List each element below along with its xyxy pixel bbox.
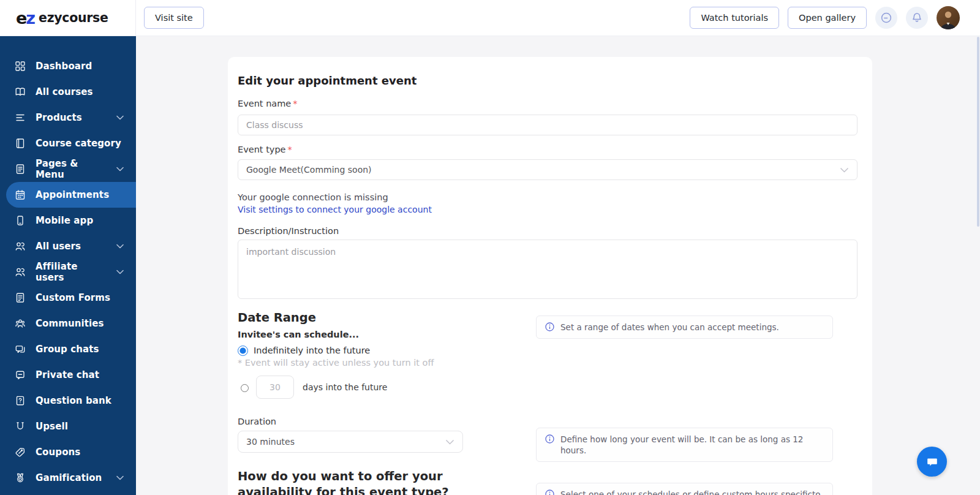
description-textarea[interactable]	[238, 240, 858, 299]
google-connection-warning: Your google connection is missing	[238, 192, 858, 203]
sidebar-item-label: Upsell	[36, 421, 68, 432]
duration-label: Duration	[238, 416, 526, 428]
watch-tutorials-button[interactable]: Watch tutorials	[690, 7, 779, 29]
bell-icon	[911, 12, 923, 24]
date-range-section: Date Range Invitee's can schedule... Ind…	[238, 310, 858, 399]
sidebar-item-label: All courses	[36, 86, 93, 97]
sidebar-item-label: Coupons	[36, 447, 80, 458]
logo[interactable]: ez ezycourse	[0, 0, 136, 36]
required-asterisk: *	[288, 145, 292, 154]
event-type-label: Event type*	[238, 144, 858, 156]
info-text: Set a range of dates when you can accept…	[560, 322, 779, 333]
appointment-form-card: Edit your appointment event Event name* …	[228, 57, 872, 495]
indefinite-note: * Event will stay active unless you turn…	[238, 357, 526, 369]
days-count-input[interactable]	[256, 376, 294, 399]
date-range-title: Date Range	[238, 310, 526, 326]
calendar-icon	[15, 189, 26, 200]
event-name-label: Event name*	[238, 98, 858, 110]
sidebar-item-private-chat[interactable]: Private chat	[0, 362, 136, 388]
sidebar-item-products[interactable]: Products	[0, 105, 136, 130]
availability-section: How do you want to offer your availabili…	[238, 469, 858, 495]
invitee-schedule-label: Invitee's can schedule...	[238, 329, 526, 341]
chat-bubble-icon	[925, 455, 939, 469]
visit-site-button[interactable]: Visit site	[144, 7, 204, 29]
sidebar-item-pages-menu[interactable]: Pages & Menu	[0, 156, 136, 182]
info-icon	[545, 489, 554, 495]
sidebar-item-all-courses[interactable]: All courses	[0, 79, 136, 105]
event-name-input[interactable]	[238, 115, 858, 135]
chevron-down-icon	[116, 244, 124, 249]
logo-text: ezycourse	[39, 10, 108, 25]
notifications-button[interactable]	[906, 7, 928, 29]
mobile-phone-icon	[15, 215, 26, 226]
message-circle-icon	[880, 12, 892, 24]
date-range-info-box: Set a range of dates when you can accept…	[536, 316, 833, 339]
duration-section: Duration 30 minutes Define how long your…	[238, 416, 858, 462]
sidebar-item-label: Group chats	[36, 344, 99, 355]
sidebar-item-gamification[interactable]: Gamification	[0, 465, 136, 491]
event-type-select[interactable]: Google Meet(Comming soon)	[238, 159, 858, 180]
indefinite-radio[interactable]	[238, 346, 248, 356]
sidebar-item-communities[interactable]: Communities	[0, 311, 136, 336]
custom-forms-icon	[15, 292, 26, 303]
duration-value: 30 minutes	[246, 437, 295, 447]
days-into-future-radio[interactable]	[241, 384, 249, 392]
sidebar-item-label: Dashboard	[36, 61, 92, 72]
sidebar-item-label: Pages & Menu	[36, 158, 107, 180]
open-gallery-button[interactable]: Open gallery	[788, 7, 867, 29]
availability-title: How do you want to offer your availabili…	[238, 469, 501, 495]
required-asterisk: *	[293, 99, 297, 108]
chevron-down-icon	[116, 475, 124, 480]
info-icon	[545, 434, 554, 444]
sidebar-item-label: Private chat	[36, 369, 99, 380]
category-book-icon	[15, 138, 26, 149]
pages-doc-icon	[15, 164, 26, 175]
sidebar-item-group-chats[interactable]: Group chats	[0, 336, 136, 362]
sidebar-item-dashboard[interactable]: Dashboard	[0, 53, 136, 79]
messages-button[interactable]	[875, 7, 897, 29]
sidebar-item-label: Appointments	[36, 189, 109, 200]
top-header: ez ezycourse Visit site Watch tutorials …	[0, 0, 980, 36]
chevron-down-icon	[445, 439, 454, 445]
chat-fab-button[interactable]	[917, 447, 947, 477]
sidebar-item-label: Custom Forms	[36, 292, 110, 303]
sidebar-item-label: Mobile app	[36, 215, 93, 226]
sidebar-item-question-bank[interactable]: Question bank	[0, 388, 136, 414]
gamification-medal-icon	[15, 472, 26, 483]
days-suffix-label: days into the future	[303, 382, 387, 392]
page-scrollbar[interactable]	[977, 37, 979, 227]
upsell-icon	[15, 421, 26, 432]
indefinite-radio-label: Indefinitely into the future	[254, 345, 370, 356]
info-text: Define how long your event will be. It c…	[560, 434, 824, 456]
sidebar-item-label: Gamification	[36, 472, 102, 483]
sidebar-item-upsell[interactable]: Upsell	[0, 414, 136, 439]
duration-info-box: Define how long your event will be. It c…	[536, 428, 833, 462]
dashboard-grid-icon	[15, 61, 26, 72]
sidebar-item-all-users[interactable]: All users	[0, 233, 136, 259]
users-icon	[15, 241, 26, 252]
affiliate-users-icon	[15, 266, 26, 278]
sidebar-item-label: Communities	[36, 318, 104, 329]
chevron-down-icon	[840, 167, 849, 173]
sidebar-item-course-category[interactable]: Course category	[0, 130, 136, 156]
sidebar-item-label: Question bank	[36, 395, 111, 406]
sidebar-item-custom-forms[interactable]: Custom Forms	[0, 285, 136, 311]
sidebar-item-appointments[interactable]: Appointments	[6, 182, 136, 208]
event-type-value: Google Meet(Comming soon)	[246, 165, 372, 175]
main-content: Edit your appointment event Event name* …	[136, 36, 980, 495]
sidebar-item-coupons[interactable]: Coupons	[0, 439, 136, 465]
question-bank-icon	[15, 395, 26, 406]
courses-open-book-icon	[15, 86, 26, 97]
user-avatar[interactable]	[937, 6, 960, 29]
description-label: Description/Instruction	[238, 225, 858, 237]
sidebar-item-label: Course category	[36, 138, 121, 149]
sidebar-item-affiliate-users[interactable]: Affiliate users	[0, 259, 136, 285]
info-text: Select one of your schedules or define c…	[560, 489, 824, 495]
info-icon	[545, 322, 554, 331]
sidebar-item-label: Affiliate users	[36, 261, 107, 283]
google-settings-link[interactable]: Visit settings to connect your google ac…	[238, 204, 432, 216]
duration-select[interactable]: 30 minutes	[238, 431, 463, 453]
sidebar-item-mobile-app[interactable]: Mobile app	[0, 208, 136, 233]
coupons-tag-icon	[15, 447, 26, 458]
sidebar-nav: DashboardAll coursesProductsCourse categ…	[0, 36, 136, 495]
